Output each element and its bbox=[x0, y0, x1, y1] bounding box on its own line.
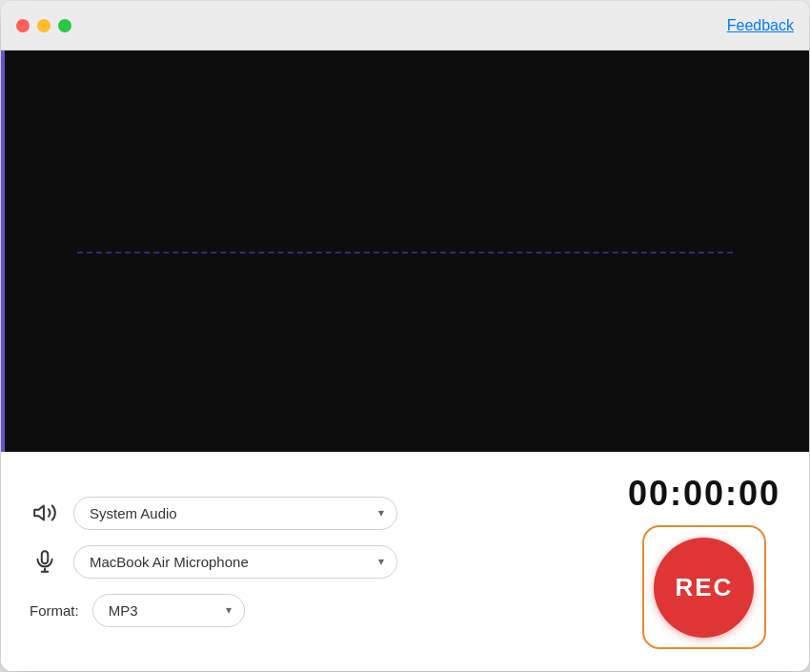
microphone-icon bbox=[30, 546, 60, 577]
window-controls bbox=[16, 19, 71, 32]
audio-waveform-line bbox=[77, 252, 733, 254]
titlebar: Feedback bbox=[1, 1, 809, 51]
feedback-link[interactable]: Feedback bbox=[727, 17, 794, 34]
controls-right: 00:00:00 REC bbox=[628, 474, 780, 649]
minimize-button[interactable] bbox=[37, 19, 51, 32]
timer-display: 00:00:00 bbox=[628, 474, 780, 514]
system-audio-select-wrapper: System Audio None ▾ bbox=[73, 497, 397, 530]
rec-button[interactable]: REC bbox=[654, 538, 754, 638]
rec-label: REC bbox=[675, 573, 733, 602]
microphone-select[interactable]: MacBook Air Microphone None bbox=[73, 545, 397, 579]
controls-left: System Audio None ▾ bbox=[30, 497, 590, 627]
controls-panel: System Audio None ▾ bbox=[1, 452, 809, 671]
close-button[interactable] bbox=[16, 19, 30, 32]
microphone-select-wrapper: MacBook Air Microphone None ▾ bbox=[73, 545, 397, 579]
microphone-svg bbox=[32, 549, 57, 574]
left-accent bbox=[1, 51, 5, 452]
rec-button-container[interactable]: REC bbox=[642, 525, 766, 649]
svg-rect-0 bbox=[42, 551, 49, 563]
main-window: Feedback System Audio None bbox=[1, 1, 809, 671]
speaker-icon bbox=[30, 498, 60, 528]
microphone-row: MacBook Air Microphone None ▾ bbox=[30, 545, 590, 579]
speaker-svg bbox=[32, 500, 57, 525]
format-row: Format: MP3 WAV AAC FLAC ▾ bbox=[30, 594, 590, 627]
format-select-wrapper: MP3 WAV AAC FLAC ▾ bbox=[92, 594, 245, 627]
system-audio-select[interactable]: System Audio None bbox=[73, 497, 397, 530]
format-label: Format: bbox=[30, 602, 79, 619]
format-select[interactable]: MP3 WAV AAC FLAC bbox=[92, 594, 245, 627]
system-audio-row: System Audio None ▾ bbox=[30, 497, 590, 530]
video-preview-area bbox=[1, 51, 809, 452]
maximize-button[interactable] bbox=[58, 19, 71, 32]
